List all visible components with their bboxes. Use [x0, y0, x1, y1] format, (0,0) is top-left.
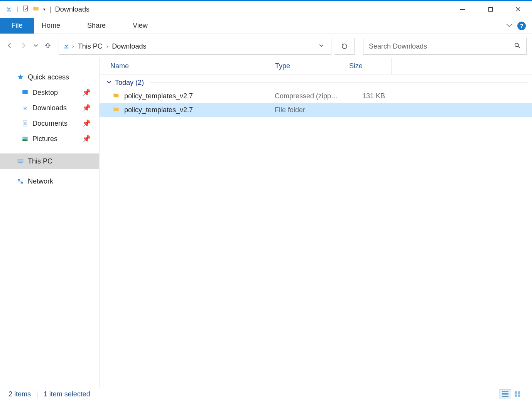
svg-rect-19: [518, 394, 520, 397]
column-header-end: [391, 58, 399, 74]
sidebar-item-label: Quick access: [28, 73, 69, 81]
svg-rect-12: [20, 163, 22, 163]
window-title: Downloads: [55, 5, 90, 13]
tab-home[interactable]: Home: [34, 18, 68, 34]
status-item-count: 2 items: [8, 390, 31, 398]
zip-icon: [113, 92, 120, 101]
download-arrow-icon: [5, 4, 13, 14]
help-icon[interactable]: ?: [517, 22, 526, 30]
star-icon: [16, 74, 25, 81]
breadcrumb-downloads[interactable]: Downloads: [112, 42, 146, 51]
file-name: policy_templates_v2.7: [124, 92, 193, 100]
folder-icon: [113, 106, 120, 115]
separator: |: [36, 390, 38, 398]
back-button[interactable]: [5, 41, 14, 51]
sidebar-item-label: Documents: [32, 120, 68, 128]
svg-rect-14: [21, 182, 23, 184]
properties-icon[interactable]: [22, 5, 29, 13]
search-input[interactable]: [369, 42, 514, 51]
pin-icon: 📌: [82, 119, 91, 128]
svg-rect-2: [460, 9, 465, 10]
navigation-pane: Quick access Desktop 📌 Downloads 📌 Docum…: [0, 58, 100, 387]
file-row-zip[interactable]: policy_templates_v2.7 Compressed (zipp… …: [100, 89, 532, 103]
document-icon: [21, 120, 29, 127]
desktop-icon: [21, 89, 29, 96]
address-bar[interactable]: › This PC › Downloads: [59, 38, 331, 55]
sidebar-item-documents[interactable]: Documents 📌: [0, 116, 99, 131]
network-icon: [16, 178, 25, 185]
up-button[interactable]: [44, 42, 52, 51]
sidebar-item-this-pc[interactable]: This PC: [0, 153, 99, 169]
minimize-button[interactable]: [449, 1, 476, 18]
sidebar-item-network[interactable]: Network: [0, 174, 99, 189]
column-header-size[interactable]: Size: [345, 62, 391, 70]
qat-dropdown-icon[interactable]: ▾: [43, 7, 46, 12]
svg-rect-4: [64, 48, 69, 49]
location-folder-icon: [62, 41, 71, 51]
svg-rect-15: [116, 94, 117, 97]
computer-icon: [16, 158, 25, 165]
ribbon-expand-icon[interactable]: [506, 22, 513, 29]
close-button[interactable]: [504, 1, 532, 18]
status-bar: 2 items | 1 item selected: [0, 387, 532, 401]
svg-rect-3: [488, 7, 492, 11]
breadcrumb-separator-icon: ›: [72, 43, 74, 49]
sidebar-quick-access[interactable]: Quick access: [0, 69, 99, 85]
chevron-down-icon: [106, 79, 112, 87]
separator: |: [49, 5, 51, 13]
sidebar-item-pictures[interactable]: Pictures 📌: [0, 131, 99, 147]
file-name: policy_templates_v2.7: [124, 106, 193, 114]
folder-icon[interactable]: [32, 5, 39, 13]
status-selected-count: 1 item selected: [44, 390, 90, 398]
address-dropdown-icon[interactable]: [315, 43, 328, 50]
search-box[interactable]: [363, 38, 527, 55]
search-icon[interactable]: [514, 42, 521, 51]
ribbon-tabs: File Home Share View ?: [0, 18, 532, 34]
svg-point-5: [515, 43, 518, 47]
thumbnails-view-button[interactable]: [512, 389, 524, 399]
breadcrumb-separator-icon: ›: [106, 43, 108, 49]
tab-view[interactable]: View: [125, 18, 155, 34]
file-row-folder[interactable]: policy_templates_v2.7 File folder: [100, 103, 532, 117]
sidebar-item-desktop[interactable]: Desktop 📌: [0, 85, 99, 100]
svg-rect-11: [18, 159, 23, 162]
forward-button[interactable]: [19, 41, 28, 51]
svg-rect-16: [515, 391, 517, 394]
svg-rect-17: [518, 391, 520, 394]
sidebar-item-label: Network: [28, 177, 53, 185]
tab-share[interactable]: Share: [79, 18, 113, 34]
refresh-button[interactable]: [334, 38, 355, 55]
group-header-today[interactable]: Today (2): [100, 76, 532, 89]
column-headers: Name Type Size: [100, 58, 532, 75]
navigation-bar: › This PC › Downloads: [0, 36, 532, 56]
file-type: File folder: [271, 106, 345, 114]
file-tab[interactable]: File: [0, 18, 34, 34]
group-divider: [150, 83, 528, 83]
column-header-name[interactable]: Name: [110, 62, 271, 70]
download-arrow-icon: [21, 104, 29, 111]
file-size: 131 KB: [345, 92, 391, 100]
sidebar-item-label: This PC: [28, 157, 52, 165]
sidebar-item-label: Desktop: [32, 89, 58, 97]
svg-rect-7: [24, 110, 27, 111]
svg-rect-13: [18, 179, 20, 181]
group-label: Today (2): [115, 79, 144, 87]
breadcrumb-this-pc[interactable]: This PC: [78, 42, 103, 51]
column-header-type[interactable]: Type: [271, 62, 345, 70]
svg-point-10: [24, 138, 25, 139]
sidebar-item-label: Pictures: [32, 135, 57, 143]
file-list-pane: Name Type Size Today (2) policy_template…: [100, 58, 532, 387]
pictures-icon: [21, 135, 29, 142]
sidebar-item-downloads[interactable]: Downloads 📌: [0, 100, 99, 116]
pin-icon: 📌: [82, 88, 91, 97]
title-bar: | ▾ | Downloads: [0, 1, 532, 18]
details-view-button[interactable]: [500, 389, 511, 399]
pin-icon: 📌: [82, 104, 91, 112]
maximize-button[interactable]: [476, 1, 504, 18]
svg-rect-0: [7, 11, 11, 12]
separator: |: [17, 6, 19, 13]
recent-locations-icon[interactable]: [33, 43, 39, 50]
svg-rect-1: [24, 6, 28, 11]
sidebar-item-label: Downloads: [32, 104, 67, 112]
pin-icon: 📌: [82, 135, 91, 143]
